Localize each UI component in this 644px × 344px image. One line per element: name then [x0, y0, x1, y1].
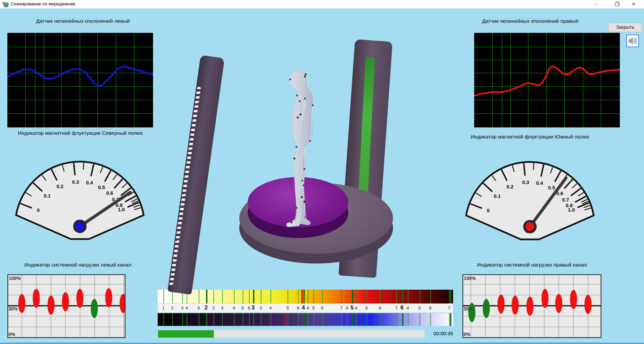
- svg-text:100%: 100%: [9, 276, 21, 281]
- svg-text:0.4: 0.4: [86, 180, 93, 185]
- spectrum-number: 3: [251, 304, 254, 311]
- spectrum-number: 6: [429, 305, 431, 310]
- scale-tick: [261, 290, 261, 303]
- scale-tick: [408, 290, 408, 303]
- scale-tick: [366, 290, 367, 303]
- scale-tick: [249, 313, 250, 326]
- scanner-arm-lettering: [169, 87, 201, 286]
- svg-text:0.1: 0.1: [494, 193, 501, 199]
- right-load-indicator: 100%30%0%: [462, 274, 601, 338]
- minimize-button[interactable]: –: [588, 0, 604, 8]
- spectrum-number: 4: [355, 305, 357, 310]
- svg-text:0%: 0%: [8, 332, 15, 337]
- svg-text:0%: 0%: [463, 332, 470, 337]
- scale-tick: [243, 313, 243, 326]
- scale-tick: [213, 313, 214, 326]
- scale-tick: [222, 290, 223, 303]
- spectrum-number-strip: 12345223456334564456785456764567: [158, 304, 453, 312]
- spectrum-number: 1: [162, 305, 164, 310]
- sound-button[interactable]: [626, 35, 639, 47]
- svg-text:1.0: 1.0: [568, 207, 575, 213]
- scale-tick: [352, 313, 353, 326]
- left-oscilloscope: [7, 33, 153, 127]
- scale-tick: [187, 313, 187, 326]
- spectrum-bar-cool: [158, 313, 453, 326]
- scale-tick: [356, 290, 357, 303]
- svg-text:30%: 30%: [463, 306, 473, 311]
- spectrum-number: 4: [406, 305, 409, 310]
- svg-text:30%: 30%: [8, 306, 18, 311]
- scale-tick: [356, 313, 357, 326]
- spectrum-number: 2: [171, 305, 173, 310]
- scale-tick: [288, 290, 288, 303]
- scale-tick: [366, 313, 367, 326]
- scale-tick: [347, 290, 348, 303]
- scale-tick: [402, 313, 403, 326]
- main-stage: Датчик нелинейных отклонений левый Датчи…: [0, 8, 644, 343]
- speaker-icon: [627, 35, 638, 47]
- right-load-title: Индикатор системной нагрузки правый кана…: [465, 261, 599, 268]
- close-window-button[interactable]: ✕: [626, 0, 641, 8]
- right-oscilloscope: [474, 33, 620, 127]
- svg-text:0.2: 0.2: [56, 183, 63, 189]
- scale-tick: [298, 313, 299, 326]
- spectrum-number: 4: [306, 305, 309, 310]
- restore-icon: [615, 3, 618, 6]
- right-scope-title: Датчик нелинейных отклонений правый: [463, 17, 597, 24]
- svg-text:U: U: [2, 1, 5, 4]
- app-icon: U: [2, 1, 9, 8]
- scale-tick: [270, 290, 271, 303]
- scale-tick: [322, 313, 323, 326]
- scale-tick: [199, 313, 199, 326]
- spectrum-number: 7: [395, 305, 397, 310]
- spectrum-number: 6: [297, 305, 299, 310]
- right-magnetic-gauge: 00.10.20.30.40.50.60.70.81.0: [463, 156, 597, 243]
- scale-tick: [261, 313, 261, 326]
- scale-tick: [419, 313, 420, 326]
- scan-progress-bar: [158, 330, 425, 338]
- scanner-left-arm: [167, 55, 225, 295]
- close-button[interactable]: Закрыть: [608, 23, 642, 32]
- scale-tick: [341, 313, 342, 326]
- scale-tick: [253, 313, 254, 326]
- svg-text:0.5: 0.5: [548, 185, 555, 190]
- svg-text:0.3: 0.3: [522, 179, 529, 185]
- scale-tick: [402, 290, 403, 303]
- left-scope-title: Датчик нелинейных отклонений левый: [7, 17, 158, 24]
- svg-text:0.5: 0.5: [98, 184, 105, 190]
- spectrum-number: 2: [204, 304, 207, 311]
- globe-icon: U: [2, 1, 9, 8]
- scan-timer: 00:00:35: [426, 331, 453, 336]
- scale-tick: [243, 290, 243, 303]
- spectrum-number: 6: [248, 305, 250, 310]
- scale-tick: [234, 290, 235, 303]
- spectrum-number: 4: [302, 304, 305, 311]
- marker-line-red: [285, 313, 286, 326]
- scale-tick: [303, 313, 305, 326]
- scale-tick: [163, 290, 164, 303]
- scale-tick: [450, 290, 451, 303]
- scale-tick: [313, 313, 314, 326]
- left-magnetic-gauge: 00.10.20.30.40.50.60.70.81.0: [13, 156, 147, 243]
- scale-tick: [253, 290, 254, 303]
- marker-line-red: [301, 290, 303, 303]
- scale-tick: [347, 313, 348, 326]
- spectrum-number: 5: [418, 305, 420, 310]
- spectrum-number: 3: [259, 305, 262, 310]
- right-gauge-title: Индикатор магнитной флуктуации Южный пол…: [463, 133, 597, 140]
- svg-text:0: 0: [487, 208, 490, 213]
- svg-text:0.1: 0.1: [44, 193, 51, 198]
- svg-text:0: 0: [37, 207, 40, 213]
- scale-tick: [430, 290, 431, 303]
- scale-tick: [308, 290, 308, 303]
- scale-tick: [419, 290, 420, 303]
- scale-tick: [213, 290, 214, 303]
- left-load-title: Индикатор системной нагрузки левый канал: [11, 261, 145, 268]
- left-load-indicator: 100%30%0%: [7, 274, 126, 338]
- spectrum-number: 2: [212, 305, 214, 310]
- maximize-button[interactable]: [608, 0, 624, 8]
- scale-tick: [408, 313, 408, 326]
- scale-tick: [288, 313, 288, 326]
- svg-text:100%: 100%: [464, 276, 476, 281]
- scale-tick: [449, 313, 450, 326]
